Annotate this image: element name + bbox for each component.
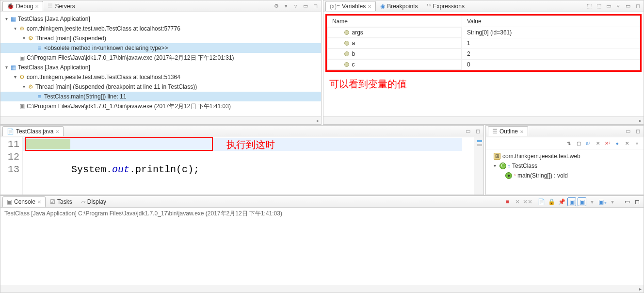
tab-tasks-label: Tasks <box>57 198 72 205</box>
tab-variables-label: Variables <box>342 3 366 10</box>
editor-annotation: 执行到这时 <box>226 138 275 151</box>
col-name[interactable]: Name <box>327 16 462 27</box>
tab-tasks[interactable]: ☑ Tasks <box>46 196 77 207</box>
debug-tree-row[interactable]: ▣C:\Program Files\Java\jdk1.7.0_17\bin\j… <box>0 53 321 63</box>
close-icon[interactable]: ✕ <box>520 129 524 134</box>
outline-method-label: main(String[]) : void <box>517 171 568 180</box>
twisty-icon[interactable]: ▾ <box>12 24 18 33</box>
console-tabbar: ▣ Console ✕ ☑ Tasks ▱ Display ■ ✕ ✕✕ <box>0 196 644 208</box>
debug-tree-row[interactable]: ≡<obsolete method in<unknown declaring t… <box>0 43 321 53</box>
twisty-icon[interactable]: ▾ <box>492 161 498 171</box>
tab-variables[interactable]: (x)= Variables ✕ <box>325 1 376 11</box>
process-icon: ⚙ <box>18 72 26 82</box>
maximize-icon[interactable]: ◻ <box>634 2 642 10</box>
minimize-icon[interactable]: ▭ <box>464 128 472 135</box>
outline-class-label: TestClass <box>512 161 537 171</box>
open-console-icon[interactable]: ▣ <box>578 197 586 206</box>
debug-tree-row[interactable]: ▾▦TestClass [Java Application] <box>0 14 321 24</box>
debug-toolbar-icon-1[interactable]: ⚙ <box>273 2 280 10</box>
col-value[interactable]: Value <box>462 16 640 27</box>
package-icon: ⊞ <box>494 153 500 160</box>
twisty-icon[interactable]: ▾ <box>3 14 9 24</box>
variable-row[interactable]: c0 <box>327 59 640 70</box>
outline-method[interactable]: ● ˢ main(String[]) : void <box>489 171 641 180</box>
clear-console-icon[interactable]: 📄 <box>537 197 546 206</box>
tab-editor[interactable]: 📄 TestClass.java ✕ <box>2 126 64 136</box>
maximize-icon[interactable]: ◻ <box>311 2 319 10</box>
outline-hide-icon-2[interactable]: ✕ˢ <box>604 139 612 147</box>
variables-table[interactable]: Name Value argsString[0] (id=361)a1b2c0 <box>327 16 640 70</box>
tab-expressions[interactable]: ᶠˣ Expressions <box>422 1 469 11</box>
display-icon: ▱ <box>81 198 85 205</box>
outline-hide-icon-1[interactable]: ✕ <box>594 139 602 147</box>
maximize-icon[interactable]: ◻ <box>633 197 642 206</box>
twisty-icon[interactable]: ▾ <box>21 33 27 43</box>
exe-icon: ▣ <box>18 53 26 63</box>
debug-scrollbar[interactable]: ▸ <box>0 116 321 124</box>
minimize-icon[interactable]: ▭ <box>623 197 631 206</box>
minimize-icon[interactable]: ▭ <box>302 2 309 10</box>
editor-overview-ruler[interactable] <box>474 137 483 195</box>
variable-row[interactable]: argsString[0] (id=361) <box>327 27 640 38</box>
tab-console[interactable]: ▣ Console ✕ <box>2 196 46 207</box>
console-dropdown-icon-2[interactable]: ▾ <box>608 197 617 206</box>
debug-tree-row[interactable]: ▾⚙com.thinkgem.jeesite.test.web.TestClas… <box>0 72 321 82</box>
outline-filter-icon-1[interactable]: ▢ <box>575 139 582 147</box>
tab-outline[interactable]: ☰ Outline ✕ <box>488 126 528 136</box>
outline-class[interactable]: ▾ C ₂ TestClass <box>489 161 641 171</box>
variables-panel: (x)= Variables ✕ ◉ Breakpoints ᶠˣ Expres… <box>323 0 644 125</box>
twisty-icon[interactable]: ▾ <box>12 72 18 82</box>
close-icon[interactable]: ✕ <box>37 199 41 205</box>
debug-tree-row[interactable]: ▾⚙Thread [main] (Suspended (breakpoint a… <box>0 82 321 92</box>
tab-display[interactable]: ▱ Display <box>77 196 111 207</box>
outline-hide-icon-4[interactable]: ✕ <box>623 139 631 147</box>
outline-panel: ☰ Outline ✕ ▭ ◻ ⇅ ▢ aᶻ ✕ ✕ˢ ● ✕ ▿ <box>485 125 644 195</box>
vars-tool-icon-3[interactable]: ▭ <box>605 2 612 10</box>
outline-az-icon[interactable]: aᶻ <box>584 139 592 147</box>
vars-tool-icon-2[interactable]: ⬚ <box>595 2 603 10</box>
class-icon: C <box>499 163 506 169</box>
view-menu-icon[interactable]: ▿ <box>614 2 622 10</box>
close-icon[interactable]: ✕ <box>368 4 371 9</box>
terminate-icon[interactable]: ■ <box>503 197 512 206</box>
debug-tree-row[interactable]: ▾⚙com.thinkgem.jeesite.test.web.TestClas… <box>0 24 321 33</box>
pin-console-icon[interactable]: 📌 <box>557 197 566 206</box>
outline-package[interactable]: ⊞ com.thinkgem.jeesite.test.web <box>489 151 641 161</box>
tab-breakpoints[interactable]: ◉ Breakpoints <box>376 1 422 11</box>
variable-row[interactable]: a1 <box>327 38 640 49</box>
outline-sort-icon[interactable]: ⇅ <box>565 139 573 147</box>
new-console-icon[interactable]: ▣₊ <box>598 197 607 206</box>
outline-hide-icon-3[interactable]: ● <box>613 139 621 147</box>
maximize-icon[interactable]: ◻ <box>474 128 482 135</box>
view-menu-icon[interactable]: ▿ <box>633 139 641 147</box>
remove-launch-icon[interactable]: ✕ <box>513 197 522 206</box>
debug-tree[interactable]: ▾▦TestClass [Java Application]▾⚙com.thin… <box>0 12 321 116</box>
debug-tree-row[interactable]: ▾⚙Thread [main] (Suspended) <box>0 33 321 43</box>
twisty-icon[interactable]: ▾ <box>3 63 9 72</box>
vars-scrollbar[interactable]: ▸ <box>323 116 644 124</box>
remove-all-icon[interactable]: ✕✕ <box>523 197 532 206</box>
variable-row[interactable]: b2 <box>327 49 640 59</box>
console-output[interactable] <box>0 220 644 285</box>
console-dropdown-icon[interactable]: ▾ <box>588 197 596 206</box>
twisty-icon[interactable]: ▾ <box>21 82 27 92</box>
debug-tree-row[interactable]: ▾▦TestClass [Java Application] <box>0 63 321 72</box>
minimize-icon[interactable]: ▭ <box>624 128 632 135</box>
debug-tree-row[interactable]: ≡TestClass.main(String[]) line: 11 <box>0 92 321 101</box>
close-icon[interactable]: ✕ <box>35 4 39 9</box>
close-icon[interactable]: ✕ <box>55 129 59 134</box>
outline-tree[interactable]: ⊞ com.thinkgem.jeesite.test.web ▾ C ₂ Te… <box>486 149 644 195</box>
maximize-icon[interactable]: ◻ <box>634 128 642 135</box>
console-scrollbar[interactable]: ▸ <box>0 285 644 293</box>
tab-servers[interactable]: ☰ Servers <box>43 1 79 11</box>
tab-debug[interactable]: 🐞 Debug ✕ <box>2 1 43 11</box>
scroll-lock-icon[interactable]: 🔒 <box>547 197 556 206</box>
debug-toolbar-icon-2[interactable]: ▾ <box>282 2 290 10</box>
thread-icon: ⚙ <box>27 33 34 43</box>
debug-tree-row[interactable]: ▣C:\Program Files\Java\jdk1.7.0_17\bin\j… <box>0 101 321 111</box>
vars-tool-icon-1[interactable]: ⬚ <box>585 2 593 10</box>
view-menu-icon[interactable]: ▿ <box>292 2 300 10</box>
minimize-icon[interactable]: ▭ <box>624 2 632 10</box>
display-selected-icon[interactable]: ▣ <box>567 197 576 206</box>
editor-body[interactable]: 11 12 13 执行到这时 c=a+b; System.out.println… <box>0 137 483 195</box>
